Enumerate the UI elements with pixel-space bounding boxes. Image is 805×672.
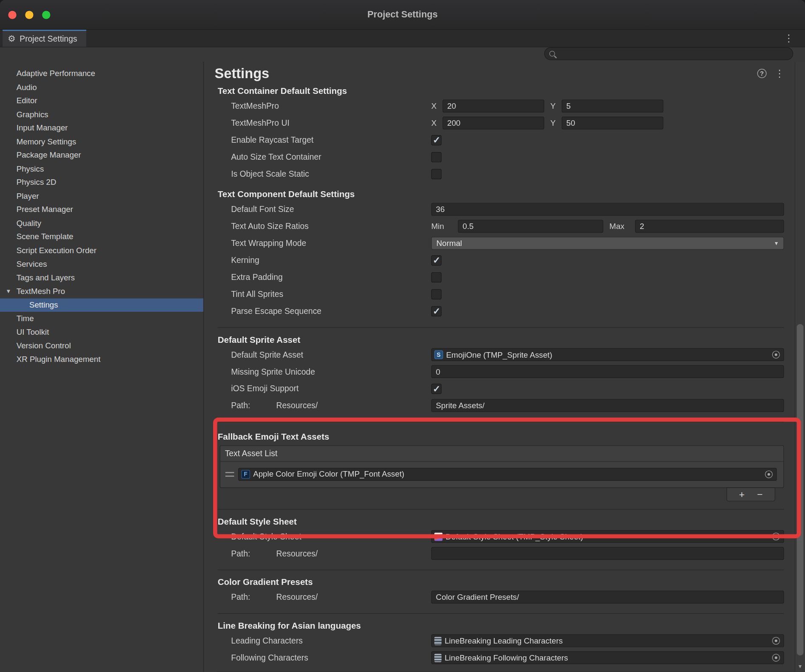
sidebar-item-package-manager[interactable]: Package Manager bbox=[0, 148, 203, 162]
sidebar-item-version-control[interactable]: Version Control bbox=[0, 339, 203, 353]
sidebar-item-xr-plugin-management[interactable]: XR Plugin Management bbox=[0, 353, 203, 366]
object-picker-icon[interactable] bbox=[772, 533, 780, 540]
following-characters-object-field[interactable]: LineBreaking Following Characters bbox=[431, 651, 784, 664]
text-wrapping-mode-dropdown[interactable]: Normal ▼ bbox=[431, 237, 784, 249]
setting-row-default-sprite-asset: Default Sprite Asset S EmojiOne (TMP_Spr… bbox=[218, 346, 784, 363]
sidebar-item-label: Scene Template bbox=[17, 232, 73, 242]
sidebar-item-label: Preset Manager bbox=[17, 205, 73, 215]
y-value-field[interactable]: 50 bbox=[562, 116, 663, 129]
default-font-size-field[interactable]: 36 bbox=[431, 203, 784, 216]
default-sprite-asset-object-field[interactable]: S EmojiOne (TMP_Sprite Asset) bbox=[431, 348, 784, 361]
setting-label: Auto Size Text Container bbox=[231, 152, 321, 162]
settings-content: Text Container Default Settings TextMesh… bbox=[204, 85, 791, 666]
sidebar-item-tags-and-layers[interactable]: Tags and Layers bbox=[0, 271, 203, 285]
sidebar-item-label: Player bbox=[17, 192, 39, 201]
sidebar-item-preset-manager[interactable]: Preset Manager bbox=[0, 203, 203, 217]
section-header-line-breaking: Line Breaking for Asian languages bbox=[218, 620, 784, 632]
sidebar-item-label: Version Control bbox=[17, 341, 71, 350]
section-header-fallback-emoji: Fallback Emoji Text Assets bbox=[218, 431, 784, 443]
object-picker-icon[interactable] bbox=[772, 637, 780, 644]
sidebar-item-physics[interactable]: Physics bbox=[0, 162, 203, 176]
remove-item-button[interactable]: − bbox=[757, 489, 763, 499]
tint-all-sprites-checkbox[interactable] bbox=[431, 289, 442, 299]
default-style-sheet-object-field[interactable]: Default Style Sheet (TMP_Style Sheet) bbox=[431, 530, 784, 543]
setting-label: Text Wrapping Mode bbox=[231, 239, 306, 248]
project-settings-window: Project Settings ⚙ Project Settings ⋮ Ad… bbox=[0, 0, 805, 672]
setting-row-style-path: Path: Resources/ bbox=[218, 545, 784, 562]
parse-escape-checkbox[interactable] bbox=[431, 306, 442, 316]
y-value-field[interactable]: 5 bbox=[562, 100, 663, 113]
max-label: Max bbox=[609, 222, 635, 231]
sidebar-item-audio[interactable]: Audio bbox=[0, 80, 203, 94]
extra-padding-checkbox[interactable] bbox=[431, 272, 442, 282]
tab-menu-icon[interactable]: ⋮ bbox=[784, 30, 805, 47]
font-asset-icon: F bbox=[241, 470, 250, 479]
kerning-checkbox[interactable] bbox=[431, 255, 442, 265]
gradient-path-field[interactable]: Color Gradient Presets/ bbox=[431, 591, 784, 604]
tab-project-settings[interactable]: ⚙ Project Settings bbox=[3, 30, 86, 47]
leading-characters-object-field[interactable]: LineBreaking Leading Characters bbox=[431, 634, 784, 647]
setting-row-parse-escape-sequence: Parse Escape Sequence bbox=[218, 302, 784, 319]
auto-size-checkbox[interactable] bbox=[431, 152, 442, 162]
x-value-field[interactable]: 200 bbox=[442, 116, 544, 129]
style-path-field[interactable] bbox=[431, 547, 784, 560]
resources-label: Resources/ bbox=[276, 549, 318, 558]
setting-row-tint-all-sprites: Tint All Sprites bbox=[218, 285, 784, 302]
sprite-path-field[interactable]: Sprite Assets/ bbox=[431, 399, 784, 412]
setting-row-extra-padding: Extra Padding bbox=[218, 268, 784, 285]
object-picker-icon[interactable] bbox=[772, 351, 780, 359]
x-value-field[interactable]: 20 bbox=[442, 100, 544, 113]
list-footer: + − bbox=[218, 488, 784, 502]
setting-label: iOS Emoji Support bbox=[231, 384, 298, 393]
help-icon[interactable]: ? bbox=[757, 69, 767, 78]
fallback-font-asset-object-field[interactable]: F Apple Color Emoji Color (TMP_Font Asse… bbox=[238, 468, 777, 480]
object-picker-icon[interactable] bbox=[765, 470, 773, 478]
chevron-down-icon: ▼ bbox=[774, 240, 779, 246]
sidebar-item-settings[interactable]: Settings bbox=[0, 298, 203, 312]
search-input[interactable] bbox=[544, 47, 793, 60]
sidebar-item-quality[interactable]: Quality bbox=[0, 217, 203, 230]
max-value-field[interactable]: 2 bbox=[635, 220, 784, 233]
sidebar-item-textmesh-pro[interactable]: ▼TextMesh Pro bbox=[0, 285, 203, 298]
text-asset-list-item[interactable]: F Apple Color Emoji Color (TMP_Font Asse… bbox=[223, 466, 777, 482]
object-scale-static-checkbox[interactable] bbox=[431, 169, 442, 179]
sidebar-item-player[interactable]: Player bbox=[0, 189, 203, 203]
object-picker-icon[interactable] bbox=[772, 654, 780, 661]
missing-sprite-unicode-field[interactable]: 0 bbox=[431, 365, 784, 378]
scrollbar-thumb[interactable] bbox=[797, 324, 804, 655]
sidebar-item-services[interactable]: Services bbox=[0, 257, 203, 271]
sidebar-item-input-manager[interactable]: Input Manager bbox=[0, 121, 203, 135]
sidebar-item-adaptive-performance[interactable]: Adaptive Performance bbox=[0, 67, 203, 80]
foldout-expanded-icon[interactable]: ▼ bbox=[6, 288, 16, 295]
ios-emoji-checkbox[interactable] bbox=[431, 384, 442, 394]
object-value: Apple Color Emoji Color (TMP_Font Asset) bbox=[253, 469, 404, 479]
setting-row-default-font-size: Default Font Size 36 bbox=[218, 201, 784, 218]
setting-label: Following Characters bbox=[231, 653, 308, 662]
sidebar-item-script-execution-order[interactable]: Script Execution Order bbox=[0, 244, 203, 257]
add-item-button[interactable]: + bbox=[739, 489, 745, 499]
scroll-down-icon[interactable]: ▼ bbox=[795, 664, 805, 669]
sidebar-item-editor[interactable]: Editor bbox=[0, 94, 203, 107]
sidebar-item-ui-toolkit[interactable]: UI Toolkit bbox=[0, 325, 203, 339]
style-sheet-icon bbox=[434, 532, 442, 540]
setting-label: Enable Raycast Target bbox=[231, 136, 313, 145]
settings-menu-icon[interactable]: ⋮ bbox=[775, 68, 785, 79]
vertical-scrollbar[interactable]: ▼ bbox=[795, 62, 805, 672]
setting-row-gradient-path: Path: Resources/ Color Gradient Presets/ bbox=[218, 589, 784, 606]
sidebar-item-graphics[interactable]: Graphics bbox=[0, 107, 203, 121]
sidebar-item-time[interactable]: Time bbox=[0, 312, 203, 325]
path-label: Path: bbox=[231, 549, 276, 558]
drag-handle-icon[interactable] bbox=[225, 472, 234, 477]
setting-label: Kerning bbox=[231, 256, 259, 265]
min-value-field[interactable]: 0.5 bbox=[458, 220, 603, 233]
enable-raycast-checkbox[interactable] bbox=[431, 135, 442, 145]
object-value: Default Style Sheet (TMP_Style Sheet) bbox=[446, 532, 583, 541]
resources-label: Resources/ bbox=[276, 593, 318, 602]
section-header-default-sprite-asset: Default Sprite Asset bbox=[218, 334, 784, 346]
sidebar-item-scene-template[interactable]: Scene Template bbox=[0, 230, 203, 244]
sidebar-item-memory-settings[interactable]: Memory Settings bbox=[0, 135, 203, 148]
sidebar-item-physics-2d[interactable]: Physics 2D bbox=[0, 176, 203, 189]
text-asset-list-header[interactable]: Text Asset List bbox=[220, 446, 783, 462]
setting-row-auto-size-text-container: Auto Size Text Container bbox=[218, 148, 784, 165]
setting-label: Leading Characters bbox=[231, 636, 303, 646]
